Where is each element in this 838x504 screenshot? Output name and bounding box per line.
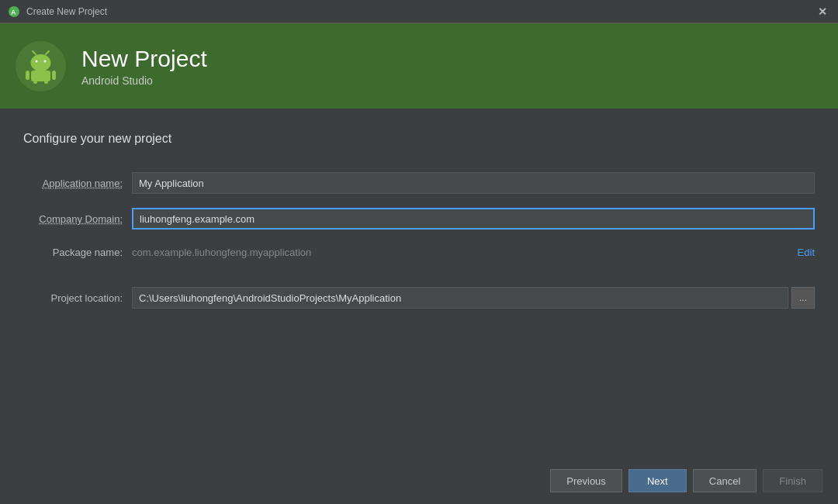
location-input-wrapper: ... bbox=[132, 287, 815, 309]
previous-button[interactable]: Previous bbox=[550, 469, 622, 492]
svg-point-3 bbox=[36, 60, 38, 62]
titlebar-text: Create New Project bbox=[26, 6, 107, 17]
package-name-row: Package name: com.example.liuhongfeng.my… bbox=[23, 240, 815, 264]
svg-rect-10 bbox=[33, 81, 37, 84]
svg-rect-8 bbox=[26, 71, 29, 80]
android-logo bbox=[16, 41, 66, 91]
title-bar-left: A Create New Project bbox=[8, 5, 107, 18]
svg-line-5 bbox=[33, 51, 36, 54]
form-container: Application name: Company Domain: Packag… bbox=[23, 169, 815, 309]
next-button[interactable]: Next bbox=[628, 469, 687, 492]
package-name-label: Package name: bbox=[23, 247, 132, 258]
android-icon bbox=[23, 49, 58, 84]
android-studio-icon: A bbox=[8, 5, 20, 18]
close-button[interactable]: ✕ bbox=[815, 4, 830, 19]
svg-rect-9 bbox=[52, 71, 56, 80]
svg-rect-11 bbox=[44, 81, 48, 84]
svg-text:A: A bbox=[11, 9, 16, 16]
title-bar: A Create New Project ✕ bbox=[0, 0, 838, 23]
finish-button[interactable]: Finish bbox=[763, 469, 822, 492]
svg-line-6 bbox=[46, 51, 49, 54]
browse-button[interactable]: ... bbox=[791, 287, 815, 309]
edit-link[interactable]: Edit bbox=[798, 247, 815, 258]
application-name-label: Application name: bbox=[23, 178, 132, 189]
footer: Previous Next Cancel Finish bbox=[0, 457, 838, 504]
header-title: New Project bbox=[81, 45, 207, 73]
header-text: New Project Android Studio bbox=[81, 45, 207, 87]
project-location-label: Project location: bbox=[23, 292, 132, 304]
cancel-button[interactable]: Cancel bbox=[693, 469, 757, 492]
company-domain-row: Company Domain: bbox=[23, 205, 815, 233]
application-name-input[interactable] bbox=[132, 172, 815, 194]
svg-point-4 bbox=[44, 60, 47, 62]
company-domain-label: Company Domain: bbox=[23, 213, 132, 225]
svg-rect-7 bbox=[31, 71, 50, 81]
header-banner: New Project Android Studio bbox=[0, 23, 838, 109]
company-domain-input[interactable] bbox=[132, 208, 815, 230]
package-name-value: com.example.liuhongfeng.myapplication bbox=[132, 247, 798, 258]
project-location-input[interactable] bbox=[132, 287, 788, 309]
svg-point-2 bbox=[31, 54, 51, 71]
header-subtitle: Android Studio bbox=[81, 74, 207, 87]
section-title: Configure your new project bbox=[23, 132, 815, 146]
main-content: Configure your new project Application n… bbox=[0, 109, 838, 457]
project-location-row: Project location: ... bbox=[23, 287, 815, 309]
application-name-row: Application name: bbox=[23, 169, 815, 197]
